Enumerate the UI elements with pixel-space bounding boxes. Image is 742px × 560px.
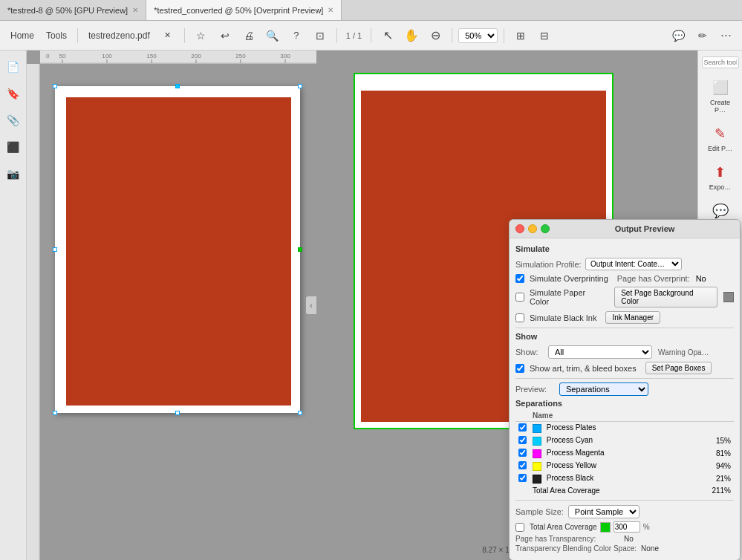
- blending-row: Transparency Blending Color Space: None: [515, 544, 734, 553]
- sep-2: [184, 28, 185, 43]
- paper-color-row: Simulate Paper Color Set Page Background…: [515, 287, 734, 307]
- sep-yellow-value: 94%: [709, 460, 734, 472]
- tab-0[interactable]: *testred-8 @ 50% [GPU Preview] ✕: [0, 0, 146, 20]
- view-mode-btn[interactable]: ⊞: [510, 25, 531, 46]
- sep-plates-check[interactable]: [518, 423, 527, 432]
- plates-swatch: [533, 424, 541, 433]
- handle-ml: [53, 247, 57, 252]
- svg-text:100: 100: [102, 53, 112, 59]
- col-check: [515, 410, 530, 422]
- col-value: [709, 410, 734, 422]
- sep-1: [77, 28, 78, 43]
- tools-btn[interactable]: Tools: [42, 25, 71, 46]
- sep-row-black: Process Black 21%: [515, 472, 734, 485]
- minimize-traffic-light[interactable]: [528, 224, 537, 233]
- home-btn[interactable]: Home: [6, 25, 39, 46]
- simulate-paper-checkbox[interactable]: [515, 293, 524, 302]
- art-trim-row: Show art, trim, & bleed boxes Set Page B…: [515, 362, 734, 374]
- tab-0-close[interactable]: ✕: [132, 6, 138, 14]
- show-art-label: Show art, trim, & bleed boxes: [530, 364, 637, 373]
- profile-select[interactable]: Output Intent: Coated FOGRA39 (ISO 12...: [585, 258, 682, 270]
- sidebar-bookmark-icon[interactable]: 🔖: [3, 83, 24, 104]
- help-btn[interactable]: ?: [286, 25, 307, 46]
- preview-select[interactable]: Separations: [559, 382, 648, 396]
- sep-row-cyan: Process Cyan 15%: [515, 434, 734, 447]
- sidebar-photo-icon[interactable]: 📷: [3, 163, 24, 184]
- show-select[interactable]: All: [548, 345, 652, 359]
- black-ink-row: Simulate Black Ink Ink Manager: [515, 311, 734, 324]
- fold-arrow[interactable]: ‹: [306, 296, 316, 314]
- tab-0-label: *testred-8 @ 50% [GPU Preview]: [7, 6, 128, 15]
- ink-manager-btn[interactable]: Ink Manager: [605, 311, 660, 324]
- svg-text:250: 250: [235, 53, 246, 59]
- sep-section-title: Separations: [515, 399, 734, 408]
- coverage-swatch[interactable]: [600, 522, 611, 533]
- edit-panel-item[interactable]: ✎ Edit P…: [701, 120, 740, 156]
- select-tool-btn[interactable]: ↖: [377, 25, 398, 46]
- create-icon: ⬜: [710, 77, 731, 98]
- tab-1[interactable]: *testred_converted @ 50% [Overprint Prev…: [146, 0, 342, 20]
- set-bg-btn[interactable]: Set Page Background Color: [614, 287, 717, 307]
- sample-select[interactable]: Point Sample: [568, 505, 640, 518]
- sep-black-check[interactable]: [518, 474, 527, 482]
- sep-row-yellow: Process Yellow 94%: [515, 460, 734, 472]
- bg-color-swatch[interactable]: [723, 292, 734, 302]
- sep-yellow-check[interactable]: [518, 461, 527, 469]
- comment-btn[interactable]: 💬: [668, 25, 689, 46]
- sep-cyan-check[interactable]: [518, 436, 527, 444]
- handle-mr: [298, 247, 302, 252]
- page-info: 1 / 1: [346, 31, 362, 40]
- edit-icon: ✎: [710, 123, 731, 144]
- zoom-traffic-light[interactable]: [541, 224, 550, 233]
- search-tools-input[interactable]: [702, 56, 739, 68]
- sep-total-name: Total Area Coverage: [533, 486, 600, 495]
- more-btn[interactable]: ···: [716, 27, 736, 43]
- sep-5: [452, 28, 452, 43]
- close-traffic-light[interactable]: [515, 224, 524, 233]
- set-page-boxes-btn[interactable]: Set Page Boxes: [645, 362, 712, 374]
- export-panel-item[interactable]: ⬆ Expo…: [701, 159, 740, 195]
- sidebar-page-icon[interactable]: 📄: [3, 56, 24, 77]
- close-file-btn[interactable]: ✕: [157, 25, 178, 46]
- divider-2: [515, 378, 734, 379]
- sidebar-attach-icon[interactable]: 📎: [3, 110, 24, 131]
- sep-magenta-check[interactable]: [518, 449, 527, 457]
- coverage-checkbox[interactable]: [515, 523, 524, 532]
- left-sidebar: 📄 🔖 📎 ⬛ 📷: [0, 51, 27, 560]
- simulate-black-checkbox[interactable]: [515, 313, 524, 322]
- sep-magenta-name: Process Magenta: [547, 449, 605, 457]
- show-art-checkbox[interactable]: [515, 364, 524, 373]
- edit-label: Edit P…: [708, 146, 732, 153]
- magenta-swatch: [533, 449, 541, 458]
- compare-btn[interactable]: ⊟: [534, 25, 555, 46]
- sep-plates-name: Process Plates: [547, 423, 596, 432]
- sep-total-value: 211%: [709, 485, 734, 496]
- dialog-title: Output Preview: [556, 224, 734, 233]
- create-panel-item[interactable]: ⬜ Create P…: [701, 74, 740, 117]
- sep-cyan-value: 15%: [709, 434, 734, 447]
- print-btn[interactable]: 🖨: [238, 25, 259, 46]
- handle-br: [298, 411, 302, 415]
- zoom-minus-btn[interactable]: ⊖: [425, 25, 446, 46]
- sep-magenta-value: 81%: [709, 447, 734, 460]
- zoom-select[interactable]: 50%: [458, 28, 498, 43]
- canvas-background[interactable]: [40, 64, 316, 560]
- back-btn[interactable]: ↩: [215, 25, 235, 46]
- separations-table: Name Process Plates Pro: [515, 410, 734, 496]
- zoom-fit-btn[interactable]: ⊡: [310, 25, 331, 46]
- simulate-overprinting-checkbox[interactable]: [515, 274, 524, 283]
- pen-btn[interactable]: ✏: [692, 25, 713, 46]
- filename-label: testredzeno.pdf: [84, 25, 154, 46]
- sidebar-layers-icon[interactable]: ⬛: [3, 137, 24, 157]
- sep-plates-value: [709, 422, 734, 435]
- black-swatch: [533, 475, 541, 484]
- svg-text:150: 150: [146, 53, 157, 59]
- sep-row-magenta: Process Magenta 81%: [515, 447, 734, 460]
- tab-1-close[interactable]: ✕: [328, 6, 333, 14]
- coverage-input[interactable]: [614, 521, 640, 533]
- sep-cyan-name: Process Cyan: [547, 436, 593, 444]
- zoom-out-btn[interactable]: 🔍: [262, 25, 283, 46]
- bookmark-btn[interactable]: ☆: [191, 25, 212, 46]
- pan-tool-btn[interactable]: ✋: [401, 25, 422, 46]
- blending-value: None: [641, 544, 659, 553]
